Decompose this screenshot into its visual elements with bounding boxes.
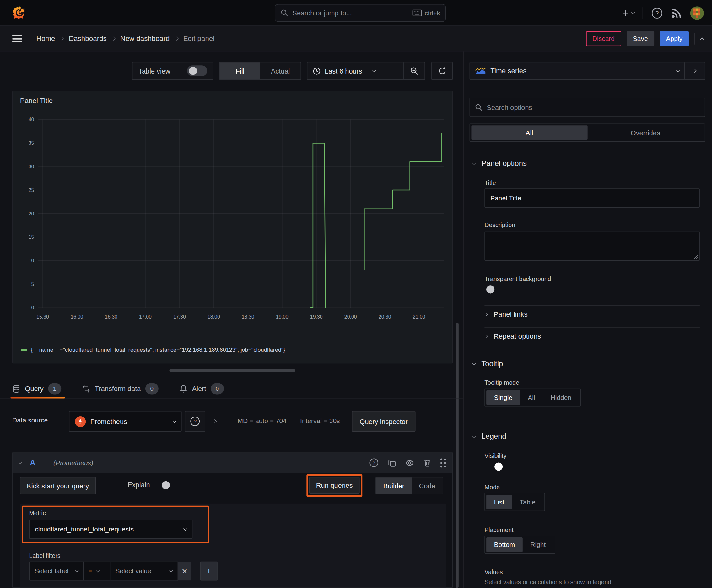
table-view-label: Table view [138, 67, 170, 75]
query-row-header[interactable]: A (Prometheus) ? [13, 453, 452, 473]
time-series-chart[interactable]: 051015202530354015:3016:0016:3017:0017:3… [17, 113, 449, 336]
help-icon[interactable]: ? [651, 7, 663, 19]
remove-filter-button[interactable]: ✕ [178, 562, 192, 581]
news-rss-icon[interactable] [671, 7, 682, 19]
textarea-resize-icon[interactable] [693, 255, 698, 259]
chevron-down-icon [372, 68, 376, 72]
legend-placement-bottom-option[interactable]: Bottom [486, 538, 523, 552]
menu-hamburger-icon[interactable] [12, 35, 22, 42]
tab-query[interactable]: Query 1 [12, 379, 61, 398]
panel-preview[interactable]: Panel Title 051015202530354015:3016:0016… [12, 91, 453, 363]
tooltip-section-header[interactable]: Tooltip [473, 359, 503, 368]
breadcrumb-home[interactable]: Home [37, 35, 55, 43]
collapse-query-chevron-icon[interactable] [19, 460, 22, 464]
metric-label: Metric [29, 510, 46, 517]
database-icon [12, 384, 20, 393]
label-filters-label: Label filters [29, 552, 61, 560]
options-search-box[interactable] [470, 98, 706, 117]
chevron-down-icon [676, 68, 679, 72]
transform-count-badge: 0 [145, 383, 158, 394]
hide-query-eye-icon[interactable] [405, 458, 414, 467]
legend-mode-list-option[interactable]: List [486, 495, 512, 509]
metric-select[interactable]: cloudflared_tunnel_total_requests [29, 520, 193, 539]
tab-transform-data[interactable]: Transform data 0 [82, 379, 158, 398]
max-data-points-stat: MD = auto = 704 [237, 417, 286, 424]
datasource-help-button[interactable]: ? [185, 411, 205, 432]
breadcrumb-dashboards[interactable]: Dashboards [69, 35, 107, 43]
panel-options-section-header[interactable]: Panel options [473, 159, 527, 167]
zoom-out-time-button[interactable] [403, 62, 425, 80]
svg-text:40: 40 [28, 117, 34, 122]
tab-transform-label: Transform data [95, 385, 141, 393]
select-label-dropdown[interactable]: Select label [29, 562, 84, 581]
code-option[interactable]: Code [412, 478, 442, 494]
grafana-logo-icon[interactable] [12, 5, 27, 20]
discard-button[interactable]: Discard [586, 31, 621, 46]
tooltip-hidden-option[interactable]: Hidden [543, 390, 579, 404]
divider [484, 327, 700, 327]
legend-mode-table-option[interactable]: Table [512, 495, 543, 509]
time-range-button[interactable]: Last 6 hours [307, 62, 403, 80]
new-dashboard-button[interactable] [622, 9, 634, 17]
tooltip-heading: Tooltip [481, 359, 503, 368]
tab-overrides[interactable]: Overrides [587, 125, 704, 140]
chevron-down-icon [96, 569, 100, 572]
user-avatar[interactable] [690, 6, 704, 20]
query-help-icon[interactable]: ? [369, 458, 379, 467]
delete-query-trash-icon[interactable] [423, 459, 431, 467]
repeat-options-section-header[interactable]: Repeat options [484, 332, 541, 340]
kick-start-query-button[interactable]: Kick start your query [20, 477, 96, 495]
panel-links-section-header[interactable]: Panel links [484, 310, 527, 318]
chevron-down-icon [169, 569, 173, 572]
panel-title-input[interactable] [484, 188, 700, 208]
breadcrumb-separator-icon [111, 37, 115, 41]
duplicate-query-icon[interactable] [388, 459, 396, 467]
builder-option[interactable]: Builder [376, 478, 412, 494]
add-filter-button[interactable]: + [200, 562, 218, 581]
description-textarea[interactable] [484, 232, 700, 261]
operator-dropdown[interactable]: = [84, 562, 110, 581]
datasource-options-expand-icon[interactable] [214, 417, 216, 424]
options-search-input[interactable] [487, 103, 700, 111]
table-view-toggle[interactable] [187, 65, 207, 76]
visualization-select[interactable]: Time series [470, 62, 684, 80]
run-queries-button[interactable]: Run queries [309, 477, 360, 494]
svg-text:10: 10 [28, 258, 34, 263]
panel-resize-handle[interactable] [170, 369, 296, 372]
vertical-scrollbar[interactable] [456, 322, 459, 588]
apply-button[interactable]: Apply [660, 31, 689, 46]
actual-option[interactable]: Actual [260, 62, 301, 80]
series-label: {__name__="cloudflared_tunnel_total_requ… [31, 347, 285, 353]
datasource-picker[interactable]: Prometheus [69, 411, 182, 432]
save-button[interactable]: Save [627, 31, 654, 46]
timeseries-viz-icon [475, 67, 486, 75]
description-label: Description [484, 222, 515, 229]
collapse-header-chevron-up-icon[interactable] [700, 37, 704, 41]
legend-placement-right-option[interactable]: Right [523, 538, 554, 552]
breadcrumb-new-dashboard[interactable]: New dashboard [120, 35, 170, 43]
top-nav-bar: Search or jump to... ctrl+k ? [0, 0, 712, 26]
breadcrumb: Home Dashboards New dashboard Edit panel [37, 26, 215, 51]
svg-text:16:00: 16:00 [71, 314, 83, 319]
tooltip-all-option[interactable]: All [520, 390, 543, 404]
series-color-icon [21, 349, 27, 351]
query-inspector-button[interactable]: Query inspector [352, 411, 415, 432]
datasource-bar: Data source Prometheus ? MD = auto = 704… [0, 411, 463, 432]
toggle-viz-suggestions-button[interactable] [684, 62, 705, 80]
divider [484, 305, 700, 306]
svg-text:0: 0 [31, 305, 34, 310]
tab-alert[interactable]: Alert 0 [179, 379, 224, 398]
svg-text:18:30: 18:30 [242, 314, 254, 319]
legend-mode-label: Mode [484, 484, 500, 491]
tooltip-single-option[interactable]: Single [486, 390, 520, 404]
tab-all[interactable]: All [471, 125, 587, 140]
refresh-button[interactable] [431, 62, 453, 80]
chevron-down-icon [631, 10, 635, 14]
legend-section-header[interactable]: Legend [473, 432, 506, 441]
fill-option[interactable]: Fill [220, 62, 260, 80]
chart-legend[interactable]: {__name__="cloudflared_tunnel_total_requ… [21, 347, 285, 353]
drag-query-handle-icon[interactable] [440, 458, 446, 467]
select-value-dropdown[interactable]: Select value [110, 562, 178, 581]
main-edit-area: Table view Fill Actual Last 6 hours [0, 51, 463, 588]
global-search-input[interactable]: Search or jump to... ctrl+k [275, 4, 446, 22]
